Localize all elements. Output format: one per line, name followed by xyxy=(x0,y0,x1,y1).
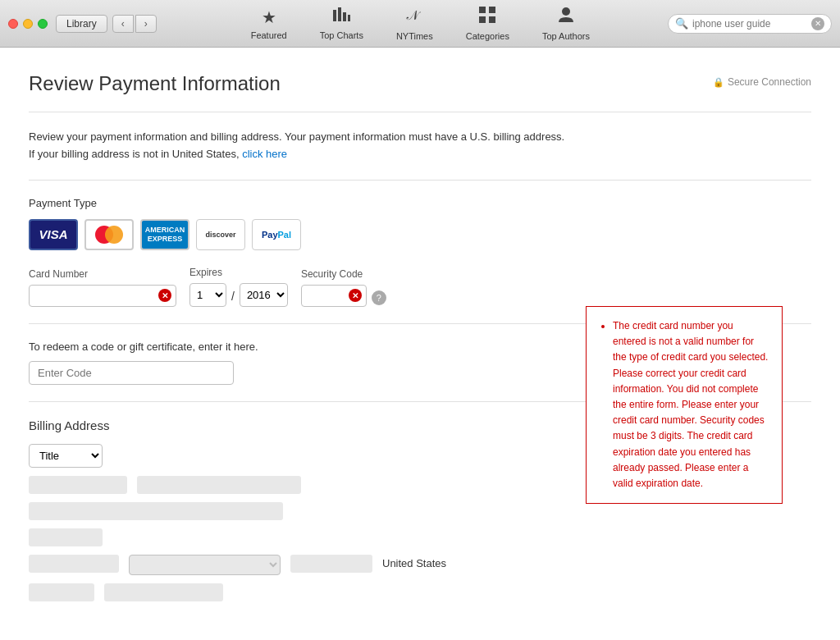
security-code-fields: ✕ ? xyxy=(301,285,386,307)
tab-top-charts-label: Top Charts xyxy=(320,30,363,40)
phone2-field[interactable] xyxy=(104,583,223,601)
tab-top-authors[interactable]: Top Authors xyxy=(534,2,598,44)
mc-inner xyxy=(95,226,123,244)
address1-field[interactable] xyxy=(29,502,283,520)
discover-card-option[interactable]: discover xyxy=(196,219,245,250)
mastercard-card-option[interactable] xyxy=(84,219,134,250)
phone1-field[interactable] xyxy=(29,583,94,601)
expires-label: Expires xyxy=(189,267,288,278)
expires-separator: / xyxy=(231,290,235,307)
tab-top-authors-label: Top Authors xyxy=(542,31,590,41)
svg-rect-6 xyxy=(489,7,495,13)
zip-field[interactable] xyxy=(290,555,372,573)
tab-top-charts[interactable]: Top Charts xyxy=(312,3,372,43)
maximize-button[interactable] xyxy=(38,19,48,29)
error-list: The credit card number you entered is no… xyxy=(600,318,769,491)
city-field[interactable] xyxy=(29,555,119,573)
svg-point-9 xyxy=(562,7,570,16)
close-button[interactable] xyxy=(8,19,18,29)
categories-icon xyxy=(478,6,496,28)
info-line1: Review your payment information and bill… xyxy=(29,130,564,143)
main-content: Review Payment Information 🔒 Secure Conn… xyxy=(0,48,840,640)
secure-connection-label: Secure Connection xyxy=(728,76,811,88)
nav-arrows: ‹ › xyxy=(112,15,157,33)
secure-connection: 🔒 Secure Connection xyxy=(713,76,811,88)
payment-cards: VISA AMERICANEXPRESS discover xyxy=(29,219,811,250)
search-clear-button[interactable]: ✕ xyxy=(811,17,824,30)
paypal-label: PayPal xyxy=(262,230,291,240)
page-title: Review Payment Information xyxy=(29,72,281,95)
card-number-input[interactable] xyxy=(29,285,176,307)
state-select[interactable] xyxy=(129,555,281,575)
visa-label: VISA xyxy=(39,227,67,241)
nav-tabs: ★ Featured Top Charts 𝒩 NYTimes xyxy=(173,2,668,44)
svg-rect-7 xyxy=(479,16,486,23)
svg-rect-2 xyxy=(343,12,346,21)
minimize-button[interactable] xyxy=(23,19,33,29)
country-label: United States xyxy=(382,555,446,575)
click-here-link[interactable]: click here xyxy=(242,148,287,160)
card-number-input-wrap: ✕ xyxy=(29,285,176,307)
library-button[interactable]: Library xyxy=(56,15,107,33)
nav-back-button[interactable]: ‹ xyxy=(112,15,134,33)
redeem-code-input[interactable] xyxy=(29,361,234,385)
address2-field[interactable] xyxy=(29,528,103,546)
search-bar: 🔍 ✕ xyxy=(668,14,832,34)
card-number-error-icon: ✕ xyxy=(158,289,171,302)
security-code-group: Security Code ✕ ? xyxy=(301,268,386,307)
billing-city-state-zip-row: United States xyxy=(29,555,811,575)
expires-group: Expires 1 2 3 4 5 6 7 8 9 10 xyxy=(189,267,288,307)
nav-forward-button[interactable]: › xyxy=(135,15,157,33)
info-line2: If your billing address is not in United… xyxy=(29,148,240,160)
search-icon: 🔍 xyxy=(675,17,688,30)
visa-card-option[interactable]: VISA xyxy=(29,219,78,250)
error-message: The credit card number you entered is no… xyxy=(613,318,769,491)
expires-year-select[interactable]: 2016 2017 2018 2019 2020 xyxy=(240,283,288,307)
first-name-field[interactable] xyxy=(29,476,127,494)
discover-label: discover xyxy=(205,231,235,239)
payment-type-label: Payment Type xyxy=(29,197,811,209)
title-bar: Library ‹ › ★ Featured Top Charts 𝒩 xyxy=(0,0,840,48)
tab-nytimes[interactable]: 𝒩 NYTimes xyxy=(388,2,441,44)
tab-nytimes-label: NYTimes xyxy=(396,31,433,41)
featured-icon: ★ xyxy=(262,7,276,27)
amex-card-option[interactable]: AMERICANEXPRESS xyxy=(140,219,189,250)
billing-phone-row xyxy=(29,583,811,601)
error-box: The credit card number you entered is no… xyxy=(586,306,783,504)
billing-address1-row xyxy=(29,502,811,520)
billing-address2-row xyxy=(29,528,811,546)
mc-circle-yellow xyxy=(105,226,123,244)
svg-rect-0 xyxy=(333,10,336,21)
nytimes-icon: 𝒩 xyxy=(405,6,423,28)
divider-1 xyxy=(29,180,811,181)
tab-categories[interactable]: Categories xyxy=(458,2,518,44)
security-help-icon[interactable]: ? xyxy=(372,290,386,305)
info-text: Review your payment information and bill… xyxy=(29,129,811,163)
card-number-group: Card Number ✕ xyxy=(29,268,176,307)
security-code-label: Security Code xyxy=(301,268,386,280)
expires-fields: 1 2 3 4 5 6 7 8 9 10 11 12 xyxy=(189,283,288,307)
last-name-field[interactable] xyxy=(137,476,301,494)
svg-rect-1 xyxy=(338,7,341,21)
security-input-wrap: ✕ xyxy=(301,285,367,307)
tab-featured[interactable]: ★ Featured xyxy=(243,4,295,43)
tab-featured-label: Featured xyxy=(251,30,287,40)
title-row: Review Payment Information 🔒 Secure Conn… xyxy=(29,72,811,112)
expires-month-select[interactable]: 1 2 3 4 5 6 7 8 9 10 11 12 xyxy=(189,283,226,307)
top-charts-icon xyxy=(332,7,350,27)
traffic-lights xyxy=(8,19,48,29)
payment-section: Payment Type VISA AMERICANEXPRESS xyxy=(29,197,811,307)
svg-rect-8 xyxy=(489,16,495,23)
search-input[interactable] xyxy=(692,18,807,30)
lock-icon: 🔒 xyxy=(713,77,724,88)
paypal-card-option[interactable]: PayPal xyxy=(252,219,301,250)
title-select[interactable]: Title Mr. Mrs. Ms. Dr. xyxy=(29,444,103,468)
tab-categories-label: Categories xyxy=(466,31,509,41)
svg-rect-3 xyxy=(348,15,350,21)
top-authors-icon xyxy=(557,6,575,28)
svg-text:𝒩: 𝒩 xyxy=(406,8,421,22)
card-fields-row: Card Number ✕ Expires 1 2 3 4 xyxy=(29,267,811,307)
amex-label: AMERICANEXPRESS xyxy=(145,226,185,244)
svg-rect-5 xyxy=(479,7,486,13)
security-error-icon: ✕ xyxy=(349,289,362,302)
